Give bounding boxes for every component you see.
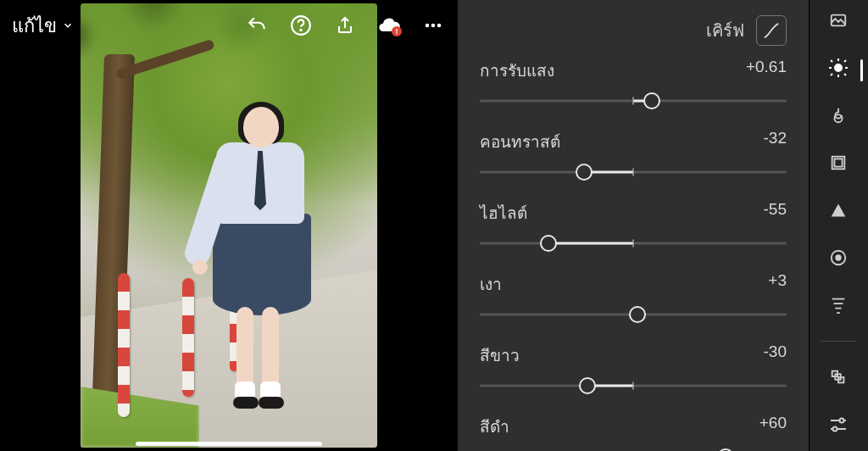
- curve-icon: [762, 21, 781, 40]
- adjust-icon[interactable]: [826, 413, 850, 437]
- mode-dropdown[interactable]: แก้ไข: [12, 11, 74, 41]
- geometry-icon[interactable]: [826, 293, 850, 317]
- slider-value: +0.61: [746, 58, 787, 83]
- slider-thumb[interactable]: [629, 306, 646, 323]
- svg-point-3: [431, 24, 436, 28]
- rail-separator: [820, 341, 857, 342]
- color-icon[interactable]: [826, 103, 850, 127]
- home-indicator: [136, 442, 322, 446]
- slider-track[interactable]: [480, 448, 787, 451]
- slider-label: สีขาว: [480, 342, 520, 368]
- slider-value: +3: [768, 271, 787, 297]
- svg-rect-17: [834, 159, 842, 166]
- slider-value: -32: [764, 129, 787, 154]
- slider-value: +60: [760, 414, 787, 439]
- panel-header: เคิร์ฟ: [480, 15, 787, 46]
- app-root: แก้ไข !: [0, 0, 868, 451]
- slider-thumb[interactable]: [576, 164, 593, 181]
- chevron-down-icon: [62, 19, 74, 31]
- slider-1: คอนทราสต์-32: [480, 129, 787, 181]
- sliders-list: การรับแสง+0.61คอนทราสต์-32ไฮไลต์-55เงา+3…: [480, 58, 787, 451]
- svg-line-12: [844, 74, 846, 75]
- slider-2: ไฮไลต์-55: [480, 200, 787, 253]
- slider-0: การรับแสง+0.61: [480, 58, 787, 110]
- slider-5: สีดำ+60: [480, 414, 787, 451]
- alert-badge-icon: !: [392, 26, 402, 36]
- lens-icon[interactable]: [826, 246, 850, 270]
- svg-marker-18: [832, 204, 846, 217]
- slider-track[interactable]: [480, 234, 787, 253]
- svg-line-11: [831, 60, 832, 62]
- svg-point-25: [840, 419, 844, 423]
- crop-icon[interactable]: [826, 151, 850, 175]
- slider-label: สีดำ: [480, 414, 509, 439]
- slider-thumb[interactable]: [540, 235, 557, 252]
- edit-panel: เคิร์ฟ การรับแสง+0.61คอนทราสต์-32ไฮไลต์-…: [458, 0, 809, 451]
- slider-label: คอนทราสต์: [480, 129, 560, 154]
- more-button[interactable]: [420, 13, 446, 38]
- tool-rail: [809, 0, 868, 451]
- mode-label: แก้ไข: [12, 11, 57, 41]
- canvas-area: แก้ไข !: [0, 0, 458, 451]
- slider-track[interactable]: [480, 92, 787, 110]
- light-icon[interactable]: [826, 56, 850, 80]
- help-button[interactable]: [288, 13, 314, 38]
- svg-line-13: [844, 60, 846, 62]
- slider-3: เงา+3: [480, 271, 787, 324]
- slider-value: -30: [764, 342, 787, 368]
- share-button[interactable]: [332, 13, 358, 38]
- slider-4: สีขาว-30: [480, 342, 787, 395]
- svg-point-4: [437, 24, 442, 28]
- effects-icon[interactable]: [826, 198, 850, 222]
- svg-point-20: [836, 255, 841, 260]
- undo-icon: [246, 14, 268, 36]
- svg-point-1: [300, 30, 301, 31]
- tone-curve-button[interactable]: [756, 15, 787, 46]
- cloud-sync-button[interactable]: !: [376, 13, 402, 38]
- photo-icon[interactable]: [826, 8, 850, 32]
- slider-track[interactable]: [480, 163, 787, 181]
- slider-label: การรับแสง: [480, 58, 554, 83]
- slider-track[interactable]: [480, 305, 787, 324]
- slider-value: -55: [764, 200, 787, 226]
- slider-thumb[interactable]: [643, 92, 660, 109]
- slider-label: เงา: [480, 271, 502, 297]
- presets-icon[interactable]: [826, 365, 850, 389]
- slider-thumb[interactable]: [579, 377, 596, 394]
- more-icon: [423, 15, 443, 36]
- slider-track[interactable]: [480, 376, 787, 395]
- rail-active-indicator: [860, 59, 863, 81]
- top-toolbar: แก้ไข !: [0, 0, 458, 51]
- svg-point-2: [426, 24, 430, 28]
- undo-button[interactable]: [244, 13, 270, 38]
- help-icon: [290, 14, 312, 36]
- svg-point-6: [835, 64, 842, 71]
- slider-label: ไฮไลต์: [480, 200, 527, 226]
- svg-point-27: [833, 427, 837, 432]
- panel-title: เคิร์ฟ: [706, 17, 744, 44]
- photo-preview[interactable]: [81, 3, 377, 448]
- share-icon: [335, 15, 355, 36]
- svg-line-14: [831, 74, 832, 75]
